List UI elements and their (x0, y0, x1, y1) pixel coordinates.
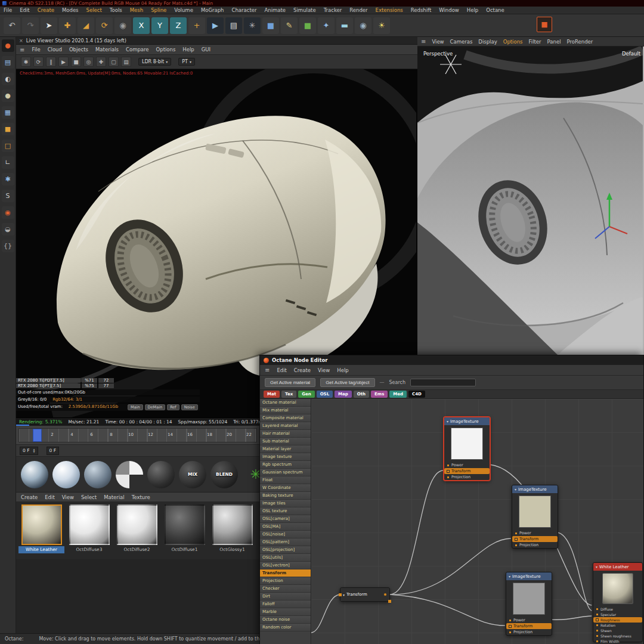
node-type-item[interactable]: OSL[camera] (260, 515, 311, 523)
viewport-menu-item[interactable]: ProRender (567, 39, 593, 45)
material-preview-sphere-mix[interactable]: MIX (179, 461, 206, 488)
start-render-icon[interactable]: ▶ (58, 57, 69, 67)
viewport-menu-item[interactable]: Filter (529, 39, 541, 45)
node-port[interactable]: Diffuse (593, 606, 642, 612)
x-axis-toggle[interactable]: X (133, 17, 150, 34)
port-connector[interactable] (509, 625, 512, 628)
live-select-icon[interactable]: ➤ (41, 17, 57, 34)
node-category-tab[interactable]: Med (389, 391, 407, 398)
viewport-menu-item[interactable]: Cameras (450, 39, 473, 45)
menu-item[interactable]: Edit (20, 7, 29, 13)
viewport-menu-item[interactable]: Options (503, 39, 523, 45)
menu-item[interactable]: Modes (62, 7, 79, 13)
menu-item[interactable]: Select (86, 7, 102, 13)
node-type-item[interactable]: Baking texture (260, 492, 311, 500)
node-imagetexture-3[interactable]: ▾ ImageTexture Power (506, 572, 552, 636)
node-port[interactable]: Film Width (593, 639, 642, 644)
rotate-tool-icon[interactable]: ⟳ (96, 17, 113, 34)
material-preview-sphere-2[interactable] (52, 461, 80, 488)
menu-item[interactable]: Extensions (376, 7, 403, 13)
port-connector[interactable] (515, 532, 518, 535)
node-type-item[interactable]: Random color (260, 624, 311, 631)
node-port[interactable]: Projection (444, 474, 490, 480)
port-connector[interactable] (596, 608, 599, 611)
live-viewer-menu-item[interactable]: Materials (95, 47, 119, 52)
node-type-item[interactable]: Falloff (260, 600, 311, 608)
node-type-item[interactable]: OSL texture (260, 507, 311, 515)
menu-item[interactable]: File (4, 7, 12, 13)
menu-item[interactable]: Spline (151, 7, 166, 13)
spinner-arrows-icon[interactable]: ▲▼ (33, 448, 35, 453)
subdivision-surface-icon[interactable]: ■ (299, 17, 316, 34)
region-render-icon[interactable]: ▢ (109, 57, 119, 67)
node-category-tab[interactable]: OSL (317, 391, 333, 398)
node-type-item[interactable]: Marble (260, 608, 311, 616)
node-editor-menu-item[interactable]: Edit (277, 367, 286, 373)
node-port[interactable]: Roughness (593, 617, 642, 623)
menu-item[interactable]: Volume (174, 7, 193, 13)
node-type-item[interactable]: Octane noise (260, 616, 311, 624)
pause-render-icon[interactable]: ‖ (46, 57, 56, 67)
viewport-menu-item[interactable]: Panel (547, 39, 561, 45)
port-connector[interactable] (447, 470, 450, 473)
close-icon[interactable]: × (19, 38, 23, 44)
material-manager-menu-item[interactable]: Texture (132, 494, 150, 500)
port-connector[interactable] (447, 464, 450, 467)
floor-icon[interactable]: ▬ (336, 17, 353, 34)
focus-pick-icon[interactable]: ✱ (21, 57, 31, 67)
port-connector[interactable] (509, 631, 512, 634)
menu-item[interactable]: Create (38, 7, 54, 13)
material-manager-menu-item[interactable]: Create (21, 494, 38, 500)
material-manager-menu-item[interactable]: View (62, 494, 74, 500)
menu-toggle-icon[interactable]: ≡ (20, 47, 24, 53)
restart-render-icon[interactable]: ⟳ (33, 57, 44, 67)
stop-render-icon[interactable]: ■ (71, 57, 81, 67)
undo-icon[interactable]: ↶ (4, 17, 20, 34)
port-connector[interactable] (596, 624, 599, 627)
coord-system-icon[interactable]: + (188, 17, 205, 34)
node-type-item[interactable]: Gaussian spectrum (260, 469, 311, 476)
material-item[interactable]: OctDiffuse2 (114, 504, 160, 557)
menu-item[interactable]: Tracker (324, 7, 342, 13)
menu-item[interactable]: Character (232, 7, 257, 13)
node-type-item[interactable]: OSL[pattern] (260, 538, 311, 546)
node-port[interactable]: Rotation (593, 623, 642, 628)
octane-swirl-icon[interactable]: ◉ (2, 206, 14, 219)
menu-item[interactable]: Tools (110, 7, 122, 13)
render-view-icon[interactable]: ▶ (207, 17, 224, 34)
material-thumbnail[interactable] (117, 504, 157, 545)
format-dropdown[interactable]: LDR 8-bit ▾ (138, 58, 171, 66)
polygons-mode-icon[interactable]: □ (2, 140, 14, 152)
node-type-item[interactable]: Material layer (260, 445, 311, 453)
scale-tool-icon[interactable]: ◢ (78, 17, 94, 34)
live-viewer-menu-item[interactable]: File (32, 47, 40, 52)
port-connector[interactable] (515, 538, 518, 541)
render-picture-viewer-icon[interactable]: ▤ (225, 17, 242, 34)
node-category-tab[interactable]: Ems (371, 391, 388, 398)
points-mode-icon[interactable]: ▦ (2, 106, 14, 119)
node-editor-menu-item[interactable]: Help (337, 367, 348, 373)
viewport-menu-item[interactable]: Display (478, 39, 497, 45)
node-type-item[interactable]: Image tiles (260, 500, 311, 507)
node-port[interactable]: Sheen (593, 628, 642, 633)
workplane-icon[interactable]: ∟ (2, 156, 14, 169)
material-item[interactable]: OctDiffuse3 (66, 504, 112, 557)
camera-icon[interactable]: ◉ (355, 17, 371, 34)
output-connector[interactable] (383, 593, 387, 596)
pick-material-icon[interactable]: ✚ (96, 57, 106, 67)
node-port[interactable]: Power (506, 617, 552, 623)
node-type-item[interactable]: Mix material (260, 407, 311, 414)
render-pass-button[interactable]: DeMain (145, 404, 166, 410)
menu-item[interactable]: Octane (486, 7, 504, 13)
render-pass-button[interactable]: Main (128, 404, 143, 410)
menu-item[interactable]: Simulate (293, 7, 316, 13)
node-type-item[interactable]: Projection (260, 577, 311, 585)
viewport-camera-label[interactable]: Default (622, 51, 640, 57)
braces-icon[interactable]: {} (2, 240, 14, 252)
menu-item[interactable]: Animate (264, 7, 286, 13)
node-type-item[interactable]: Dirt (260, 593, 311, 600)
viewport-scene[interactable]: Perspective Default (417, 47, 644, 355)
live-viewer-menu-item[interactable]: GUI (202, 47, 210, 52)
node-type-item[interactable]: OSL[MA] (260, 523, 311, 531)
material-thumbnail[interactable] (69, 504, 110, 545)
